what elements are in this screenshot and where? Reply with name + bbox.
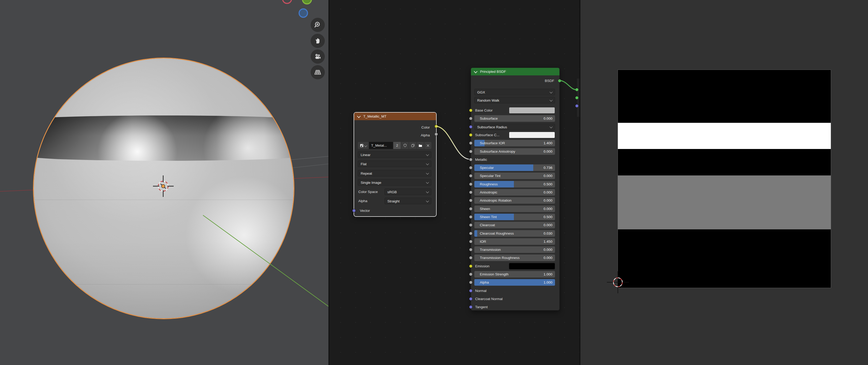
specular-tint-input-socket[interactable] xyxy=(469,174,472,177)
viewport-zoom-button[interactable] xyxy=(311,18,325,32)
transmission-roughness-input-socket[interactable] xyxy=(469,256,472,260)
color-space-dropdown[interactable]: sRGB xyxy=(384,189,431,195)
sheen-tint-input-socket[interactable] xyxy=(469,215,472,219)
new-image-button[interactable] xyxy=(409,142,416,149)
texture-stripe xyxy=(618,123,831,149)
subsurface-ior-input-socket[interactable] xyxy=(469,141,472,145)
source-dropdown[interactable]: Single Image xyxy=(358,179,431,186)
open-image-button[interactable] xyxy=(417,142,424,149)
clearcoat-normal-input-socket[interactable] xyxy=(469,297,472,301)
unlink-image-button[interactable] xyxy=(424,142,431,149)
extension-dropdown[interactable]: Repeat xyxy=(358,170,431,176)
anisotropic-input-socket[interactable] xyxy=(469,191,472,194)
viewport-camera-button[interactable] xyxy=(311,49,325,64)
anisotropic-slider[interactable]: Anisotropic0.000 xyxy=(474,189,555,196)
chevron-down-icon xyxy=(550,90,552,93)
texture-stripe xyxy=(618,175,831,229)
alpha-slider[interactable]: Alpha1.000 xyxy=(474,279,555,286)
sheen-input-socket[interactable] xyxy=(469,207,472,210)
sheen-slider[interactable]: Sheen0.000 xyxy=(474,205,555,212)
alpha-input-socket[interactable] xyxy=(469,281,472,284)
bsdf-row-specular: Specular0.736 xyxy=(471,164,559,171)
metallic-input-socket[interactable] xyxy=(469,158,472,161)
fake-user-button[interactable] xyxy=(401,142,409,149)
transmission-input-socket[interactable] xyxy=(469,248,472,252)
subsurface-ior-slider[interactable]: Subsurface IOR1.400 xyxy=(474,140,555,146)
base-color-input-socket[interactable] xyxy=(469,109,472,112)
sheen-tint-slider[interactable]: Sheen Tint0.500 xyxy=(474,214,555,220)
base-color-color-swatch[interactable] xyxy=(509,107,555,113)
image-node-header[interactable]: T_Metallic_MT xyxy=(354,112,436,120)
bsdf-row-subsurface-anisotropy: Subsurface Anisotropy0.000 xyxy=(471,148,559,155)
emission-strength-slider[interactable]: Emission Strength1.000 xyxy=(474,271,555,277)
image-name-field[interactable]: T_Metal... xyxy=(369,142,393,149)
image-texture-node[interactable]: T_Metallic_MT Color Alpha T_Metal... 2 xyxy=(354,112,436,216)
browse-image-button[interactable] xyxy=(358,142,369,149)
emission-strength-input-socket[interactable] xyxy=(469,273,472,276)
ior-slider[interactable]: IOR1.450 xyxy=(474,238,555,245)
gizmo-axis-x-ball[interactable] xyxy=(282,0,292,4)
tangent-input-socket[interactable] xyxy=(469,305,472,309)
subsurface-radius-input-socket[interactable] xyxy=(469,125,472,129)
gizmo-axis-y-ball[interactable] xyxy=(302,0,312,4)
projection-dropdown[interactable]: Flat xyxy=(358,161,431,167)
texture-stripe xyxy=(618,149,831,175)
bsdf-node-header[interactable]: Principled BSDF xyxy=(471,68,559,75)
ior-input-socket[interactable] xyxy=(469,240,472,243)
image-users-count-button[interactable]: 2 xyxy=(394,142,401,149)
random-walk-dropdown[interactable]: Random Walk xyxy=(474,97,555,103)
subsurface-c-color-swatch[interactable] xyxy=(509,132,555,138)
interpolation-dropdown[interactable]: Linear xyxy=(358,151,431,158)
subsurface-anisotropy-input-socket[interactable] xyxy=(469,150,472,153)
image-editor[interactable] xyxy=(581,0,868,365)
ggx-dropdown[interactable]: GGX xyxy=(474,89,555,95)
anisotropic-rotation-slider[interactable]: Anisotropic Rotation0.000 xyxy=(474,197,555,204)
subsurface-input-socket[interactable] xyxy=(469,117,472,120)
material-output-node-clipped[interactable] xyxy=(576,78,579,117)
subsurface-c-input-socket[interactable] xyxy=(469,133,472,137)
subsurface-slider[interactable]: Subsurface0.000 xyxy=(474,115,555,122)
viewport-pan-button[interactable] xyxy=(311,34,325,48)
subsurface-radius-dropdown[interactable]: Subsurface Radius xyxy=(474,124,555,130)
gizmo-axis-z-ball[interactable] xyxy=(299,8,308,18)
editor-divider[interactable] xyxy=(579,0,581,365)
editor-divider[interactable] xyxy=(329,0,330,365)
roughness-slider[interactable]: Roughness0.500 xyxy=(474,181,555,188)
principled-bsdf-node[interactable]: Principled BSDF BSDF GGXRandom WalkBase … xyxy=(471,68,560,310)
viewport-perspective-button[interactable] xyxy=(311,65,325,79)
collapse-chevron-icon[interactable] xyxy=(474,69,477,73)
alpha-mode-dropdown[interactable]: Straight xyxy=(384,198,431,204)
chevron-down-icon xyxy=(426,181,429,184)
clearcoat-roughness-slider[interactable]: Clearcoat Roughness0.030 xyxy=(474,230,555,237)
emission-input-socket[interactable] xyxy=(469,264,472,268)
specular-input-socket[interactable] xyxy=(469,166,472,169)
clearcoat-roughness-input-socket[interactable] xyxy=(469,232,472,235)
vector-input-socket[interactable] xyxy=(352,209,356,212)
shader-node-editor[interactable]: T_Metallic_MT Color Alpha T_Metal... 2 xyxy=(330,0,579,365)
bsdf-row-ggx: GGX xyxy=(471,89,559,95)
surface-input-socket[interactable] xyxy=(575,88,579,91)
displacement-input-socket[interactable] xyxy=(575,104,579,108)
3d-viewport[interactable] xyxy=(0,0,329,365)
anisotropic-rotation-input-socket[interactable] xyxy=(469,199,472,202)
normal-input-socket[interactable] xyxy=(469,289,472,293)
roughness-input-socket[interactable] xyxy=(469,182,472,186)
transmission-slider[interactable]: Transmission0.000 xyxy=(474,246,555,253)
bsdf-row-metallic: Metallic xyxy=(471,156,559,163)
bsdf-row-emission-strength: Emission Strength1.000 xyxy=(471,271,559,277)
emission-color-swatch[interactable] xyxy=(509,263,555,269)
bsdf-row-transmission: Transmission0.000 xyxy=(471,246,559,253)
volume-input-socket[interactable] xyxy=(575,96,579,99)
clearcoat-slider[interactable]: Clearcoat0.000 xyxy=(474,222,555,228)
bsdf-output-socket[interactable] xyxy=(558,79,561,82)
clearcoat-input-socket[interactable] xyxy=(469,223,472,227)
subsurface-anisotropy-slider[interactable]: Subsurface Anisotropy0.000 xyxy=(474,148,555,155)
alpha-output-socket[interactable] xyxy=(435,132,438,136)
transmission-roughness-slider[interactable]: Transmission Roughness0.000 xyxy=(474,255,555,261)
specular-tint-slider[interactable]: Specular Tint0.000 xyxy=(474,172,555,179)
collapse-chevron-icon[interactable] xyxy=(357,114,361,118)
bsdf-row-specular-tint: Specular Tint0.000 xyxy=(471,172,559,179)
specular-slider[interactable]: Specular0.736 xyxy=(474,164,555,171)
color-output-socket[interactable] xyxy=(435,125,438,128)
bsdf-row-alpha: Alpha1.000 xyxy=(471,279,559,286)
